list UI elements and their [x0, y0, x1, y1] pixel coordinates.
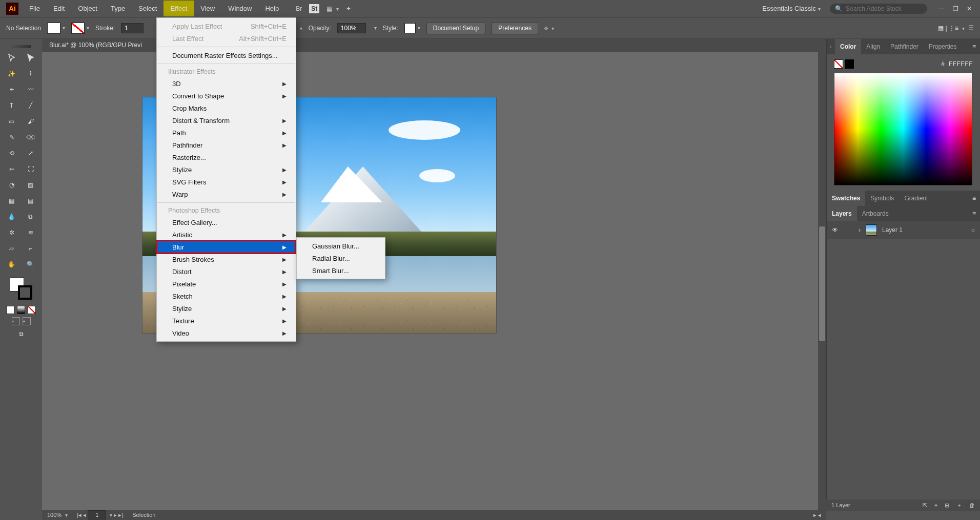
window-minimize[interactable]: —: [938, 5, 945, 12]
document-setup-button[interactable]: Document Setup: [426, 22, 485, 34]
perspective-tool[interactable]: ▨: [22, 177, 40, 193]
menuitem-radial-blur[interactable]: Radial Blur...: [297, 252, 385, 264]
artboard-tool[interactable]: ▱: [3, 241, 21, 256]
menuitem-raster-settings[interactable]: Document Raster Effects Settings...: [157, 49, 296, 61]
menu-view[interactable]: View: [194, 1, 221, 16]
eyedropper-tool[interactable]: 💧: [3, 209, 21, 224]
line-tool[interactable]: ╱: [22, 98, 40, 113]
menu-file[interactable]: File: [23, 1, 47, 16]
stroke-color[interactable]: [18, 285, 32, 300]
free-transform-tool[interactable]: ⛶: [22, 161, 40, 177]
graph-tool[interactable]: ≋: [22, 225, 40, 240]
menuitem-blur[interactable]: Blur▶: [157, 241, 296, 253]
menu-type[interactable]: Type: [104, 1, 132, 16]
blend-tool[interactable]: ⧉: [22, 209, 40, 224]
search-input[interactable]: [846, 5, 923, 12]
tab-align[interactable]: Align: [861, 39, 885, 54]
width-tool[interactable]: ⇿: [3, 161, 21, 177]
collapse-icon[interactable]: ‹: [827, 43, 835, 50]
menuitem-warp[interactable]: Warp▶: [157, 188, 296, 200]
lasso-tool[interactable]: ⌇: [22, 66, 40, 81]
tab-pathfinder[interactable]: Pathfinder: [885, 39, 924, 54]
hex-value[interactable]: # FFFFFF: [941, 60, 973, 68]
fill-swatch[interactable]: ▾: [47, 23, 65, 34]
stroke-swatch[interactable]: ▾: [71, 23, 89, 34]
slice-tool[interactable]: ⌐: [22, 241, 40, 256]
tab-properties[interactable]: Properties: [924, 39, 962, 54]
search-adobe-stock[interactable]: 🔍: [830, 4, 927, 14]
expand-icon[interactable]: ›: [859, 226, 861, 234]
mesh-tool[interactable]: ▦: [3, 193, 21, 209]
panel-controls[interactable]: ▦ | ⋮≡ ▾ ☰: [938, 25, 974, 32]
new-sublayer-icon[interactable]: ⊞: [945, 502, 949, 509]
menuitem-convert-to-shape[interactable]: Convert to Shape▶: [157, 90, 296, 102]
menuitem-path[interactable]: Path▶: [157, 127, 296, 139]
menuitem-smart-blur[interactable]: Smart Blur...: [297, 264, 385, 277]
tab-color[interactable]: Color: [835, 39, 861, 54]
tab-symbols[interactable]: Symbols: [865, 191, 899, 206]
tab-swatches[interactable]: Swatches: [827, 191, 865, 206]
opacity-value[interactable]: 100%: [337, 23, 366, 33]
visibility-icon[interactable]: 👁: [832, 226, 838, 234]
export-icon[interactable]: ⇱: [923, 502, 927, 509]
menu-window[interactable]: Window: [221, 1, 258, 16]
panel-menu-icon[interactable]: ≡: [968, 195, 980, 202]
menuitem-last-effect[interactable]: Last EffectAlt+Shift+Ctrl+E: [157, 32, 296, 45]
menuitem-distort[interactable]: Distort▶: [157, 265, 296, 278]
menu-object[interactable]: Object: [71, 1, 104, 16]
menuitem-video[interactable]: Video▶: [157, 327, 296, 339]
gradient-tool[interactable]: ▤: [22, 193, 40, 209]
menuitem-svg-filters[interactable]: SVG Filters▶: [157, 176, 296, 188]
align-icon[interactable]: ⎆ ▾: [544, 25, 554, 32]
stock-icon[interactable]: St: [309, 4, 319, 13]
tab-gradient[interactable]: Gradient: [899, 191, 933, 206]
menuitem-distort-transform[interactable]: Distort & Transform▶: [157, 114, 296, 127]
pen-tool[interactable]: ✒: [3, 82, 21, 97]
gradient-mode[interactable]: [17, 306, 25, 314]
selection-tool[interactable]: [3, 50, 21, 66]
preferences-button[interactable]: Preferences: [492, 22, 538, 34]
symbol-sprayer-tool[interactable]: ✲: [3, 225, 21, 240]
menuitem-pixelate[interactable]: Pixelate▶: [157, 278, 296, 290]
menuitem-brush-strokes[interactable]: Brush Strokes▶: [157, 253, 296, 265]
menuitem-stylize[interactable]: Stylize▶: [157, 163, 296, 176]
layer-row[interactable]: 👁 › Layer 1 ○: [827, 221, 980, 239]
toolbar-grip[interactable]: [11, 45, 31, 48]
type-tool[interactable]: T: [3, 98, 21, 113]
layer-name[interactable]: Layer 1: [882, 226, 903, 234]
scale-tool[interactable]: ⤢: [22, 145, 40, 161]
bridge-icon[interactable]: Br: [296, 5, 302, 12]
zoom-level[interactable]: 100% ▾: [47, 512, 68, 518]
h-scroll-left[interactable]: ▸ ◂: [813, 512, 821, 518]
fill-stroke-control[interactable]: [10, 277, 32, 300]
rectangle-tool[interactable]: ▭: [3, 114, 21, 129]
menu-effect[interactable]: Effect: [164, 1, 194, 16]
menuitem-stylize[interactable]: Stylize▶: [157, 302, 296, 315]
tab-artboards[interactable]: Artboards: [857, 206, 894, 221]
menuitem-crop-marks[interactable]: Crop Marks: [157, 102, 296, 114]
paintbrush-tool[interactable]: 🖌: [22, 114, 40, 129]
eraser-tool[interactable]: ⌫: [22, 130, 40, 145]
menuitem-effect-gallery-[interactable]: Effect Gallery...: [157, 216, 296, 228]
shaper-tool[interactable]: ✎: [3, 130, 21, 145]
menuitem-artistic[interactable]: Artistic▶: [157, 228, 296, 241]
arrange-icon[interactable]: ▦ ▾: [326, 5, 338, 12]
style-swatch[interactable]: ▾: [404, 23, 420, 33]
none-mode[interactable]: [28, 306, 36, 314]
delete-layer-icon[interactable]: 🗑: [969, 502, 975, 508]
stroke-weight[interactable]: 1: [121, 23, 144, 33]
menuitem-texture[interactable]: Texture▶: [157, 315, 296, 327]
new-layer-icon[interactable]: ＋: [956, 502, 962, 509]
shape-builder-tool[interactable]: ◔: [3, 177, 21, 193]
direct-selection-tool[interactable]: [22, 50, 40, 66]
menuitem-sketch[interactable]: Sketch▶: [157, 290, 296, 302]
magic-wand-tool[interactable]: ✨: [3, 66, 21, 81]
hand-tool[interactable]: ✋: [3, 257, 21, 272]
window-close[interactable]: ✕: [967, 5, 972, 12]
panel-menu-icon[interactable]: ≡: [968, 43, 980, 50]
artboard-nav[interactable]: |◂ ◂ 1 ▾ ▸ ▸|: [77, 510, 123, 519]
menu-help[interactable]: Help: [258, 1, 285, 16]
target-icon[interactable]: ○: [971, 226, 975, 234]
menuitem-gaussian-blur[interactable]: Gaussian Blur...: [297, 240, 385, 252]
screen-mode-full[interactable]: ▪: [23, 317, 31, 325]
